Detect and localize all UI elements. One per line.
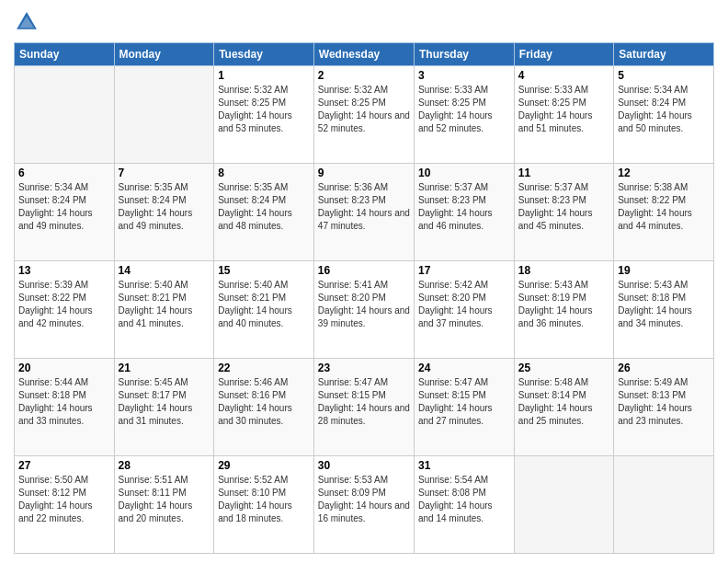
day-number: 16	[318, 264, 410, 277]
day-info: Sunrise: 5:37 AMSunset: 8:23 PMDaylight:…	[518, 181, 609, 233]
day-number: 5	[618, 69, 710, 82]
day-cell: 3Sunrise: 5:33 AMSunset: 8:25 PMDaylight…	[414, 66, 514, 164]
day-number: 7	[119, 167, 210, 179]
day-info: Sunrise: 5:35 AMSunset: 8:24 PMDaylight:…	[119, 181, 210, 233]
day-number: 21	[119, 362, 210, 374]
day-number: 26	[618, 362, 710, 374]
day-number: 14	[119, 264, 210, 277]
day-number: 3	[418, 69, 510, 82]
day-number: 27	[18, 459, 110, 472]
day-cell: 1Sunrise: 5:32 AMSunset: 8:25 PMDaylight…	[214, 66, 314, 164]
day-info: Sunrise: 5:49 AMSunset: 8:13 PMDaylight:…	[618, 376, 710, 428]
day-info: Sunrise: 5:48 AMSunset: 8:14 PMDaylight:…	[518, 376, 609, 428]
day-number: 17	[418, 264, 510, 277]
day-number: 6	[18, 167, 110, 179]
day-info: Sunrise: 5:33 AMSunset: 8:25 PMDaylight:…	[418, 84, 510, 135]
day-cell: 15Sunrise: 5:40 AMSunset: 8:21 PMDayligh…	[214, 261, 314, 359]
day-cell: 12Sunrise: 5:38 AMSunset: 8:22 PMDayligh…	[614, 164, 714, 261]
day-number: 28	[119, 459, 210, 472]
day-info: Sunrise: 5:47 AMSunset: 8:15 PMDaylight:…	[318, 376, 410, 428]
day-cell	[614, 456, 714, 554]
day-info: Sunrise: 5:32 AMSunset: 8:25 PMDaylight:…	[318, 84, 410, 135]
col-header-thursday: Thursday	[414, 43, 514, 66]
day-number: 19	[618, 264, 710, 277]
day-number: 13	[18, 264, 110, 277]
day-cell: 28Sunrise: 5:51 AMSunset: 8:11 PMDayligh…	[114, 456, 214, 554]
day-info: Sunrise: 5:34 AMSunset: 8:24 PMDaylight:…	[18, 181, 110, 233]
day-cell: 5Sunrise: 5:34 AMSunset: 8:24 PMDaylight…	[614, 66, 714, 164]
day-info: Sunrise: 5:35 AMSunset: 8:24 PMDaylight:…	[218, 181, 310, 233]
day-info: Sunrise: 5:40 AMSunset: 8:21 PMDaylight:…	[218, 279, 310, 330]
col-header-monday: Monday	[114, 43, 214, 66]
day-cell: 8Sunrise: 5:35 AMSunset: 8:24 PMDaylight…	[214, 164, 314, 261]
day-info: Sunrise: 5:34 AMSunset: 8:24 PMDaylight:…	[618, 84, 710, 135]
calendar-table: SundayMondayTuesdayWednesdayThursdayFrid…	[14, 42, 714, 554]
day-number: 31	[418, 459, 510, 472]
day-cell: 25Sunrise: 5:48 AMSunset: 8:14 PMDayligh…	[514, 359, 613, 456]
col-header-wednesday: Wednesday	[313, 43, 414, 66]
col-header-friday: Friday	[514, 43, 613, 66]
day-cell: 7Sunrise: 5:35 AMSunset: 8:24 PMDaylight…	[114, 164, 214, 261]
day-cell: 18Sunrise: 5:43 AMSunset: 8:19 PMDayligh…	[514, 261, 613, 359]
col-header-sunday: Sunday	[15, 43, 115, 66]
day-info: Sunrise: 5:42 AMSunset: 8:20 PMDaylight:…	[418, 279, 510, 330]
day-cell: 27Sunrise: 5:50 AMSunset: 8:12 PMDayligh…	[15, 456, 115, 554]
day-info: Sunrise: 5:41 AMSunset: 8:20 PMDaylight:…	[318, 279, 410, 330]
day-number: 11	[518, 167, 609, 179]
day-cell: 19Sunrise: 5:43 AMSunset: 8:18 PMDayligh…	[614, 261, 714, 359]
day-cell: 2Sunrise: 5:32 AMSunset: 8:25 PMDaylight…	[313, 66, 414, 164]
day-cell: 31Sunrise: 5:54 AMSunset: 8:08 PMDayligh…	[414, 456, 514, 554]
day-cell: 22Sunrise: 5:46 AMSunset: 8:16 PMDayligh…	[214, 359, 314, 456]
day-info: Sunrise: 5:32 AMSunset: 8:25 PMDaylight:…	[218, 84, 310, 135]
calendar-header-row: SundayMondayTuesdayWednesdayThursdayFrid…	[15, 43, 714, 66]
day-cell: 23Sunrise: 5:47 AMSunset: 8:15 PMDayligh…	[313, 359, 414, 456]
day-number: 10	[418, 167, 510, 179]
day-number: 8	[218, 167, 310, 179]
day-cell: 13Sunrise: 5:39 AMSunset: 8:22 PMDayligh…	[15, 261, 115, 359]
day-info: Sunrise: 5:40 AMSunset: 8:21 PMDaylight:…	[119, 279, 210, 330]
header	[14, 9, 714, 35]
day-number: 22	[218, 362, 310, 374]
day-info: Sunrise: 5:51 AMSunset: 8:11 PMDaylight:…	[119, 474, 210, 525]
day-cell: 20Sunrise: 5:44 AMSunset: 8:18 PMDayligh…	[15, 359, 115, 456]
day-cell	[114, 66, 214, 164]
day-number: 1	[218, 69, 310, 82]
day-number: 12	[618, 167, 710, 179]
day-number: 18	[518, 264, 609, 277]
day-info: Sunrise: 5:54 AMSunset: 8:08 PMDaylight:…	[418, 474, 510, 525]
day-info: Sunrise: 5:46 AMSunset: 8:16 PMDaylight:…	[218, 376, 310, 428]
col-header-saturday: Saturday	[614, 43, 714, 66]
week-row-2: 6Sunrise: 5:34 AMSunset: 8:24 PMDaylight…	[15, 164, 714, 261]
day-number: 25	[518, 362, 609, 374]
day-cell: 17Sunrise: 5:42 AMSunset: 8:20 PMDayligh…	[414, 261, 514, 359]
day-number: 20	[18, 362, 110, 374]
day-info: Sunrise: 5:38 AMSunset: 8:22 PMDaylight:…	[618, 181, 710, 233]
day-info: Sunrise: 5:33 AMSunset: 8:25 PMDaylight:…	[518, 84, 609, 135]
day-number: 29	[218, 459, 310, 472]
day-number: 9	[318, 167, 410, 179]
day-cell: 14Sunrise: 5:40 AMSunset: 8:21 PMDayligh…	[114, 261, 214, 359]
day-number: 23	[318, 362, 410, 374]
day-cell: 16Sunrise: 5:41 AMSunset: 8:20 PMDayligh…	[313, 261, 414, 359]
day-cell: 4Sunrise: 5:33 AMSunset: 8:25 PMDaylight…	[514, 66, 613, 164]
week-row-1: 1Sunrise: 5:32 AMSunset: 8:25 PMDaylight…	[15, 66, 714, 164]
day-info: Sunrise: 5:45 AMSunset: 8:17 PMDaylight:…	[119, 376, 210, 428]
day-cell	[15, 66, 115, 164]
day-number: 4	[518, 69, 609, 82]
page: SundayMondayTuesdayWednesdayThursdayFrid…	[0, 0, 728, 563]
day-info: Sunrise: 5:52 AMSunset: 8:10 PMDaylight:…	[218, 474, 310, 525]
day-number: 30	[318, 459, 410, 472]
day-info: Sunrise: 5:50 AMSunset: 8:12 PMDaylight:…	[18, 474, 110, 525]
day-number: 15	[218, 264, 310, 277]
day-cell: 11Sunrise: 5:37 AMSunset: 8:23 PMDayligh…	[514, 164, 613, 261]
week-row-5: 27Sunrise: 5:50 AMSunset: 8:12 PMDayligh…	[15, 456, 714, 554]
day-info: Sunrise: 5:43 AMSunset: 8:18 PMDaylight:…	[618, 279, 710, 330]
day-info: Sunrise: 5:37 AMSunset: 8:23 PMDaylight:…	[418, 181, 510, 233]
day-info: Sunrise: 5:43 AMSunset: 8:19 PMDaylight:…	[518, 279, 609, 330]
day-cell	[514, 456, 613, 554]
day-number: 24	[418, 362, 510, 374]
logo-icon	[14, 9, 40, 35]
logo	[14, 9, 43, 35]
week-row-4: 20Sunrise: 5:44 AMSunset: 8:18 PMDayligh…	[15, 359, 714, 456]
col-header-tuesday: Tuesday	[214, 43, 314, 66]
